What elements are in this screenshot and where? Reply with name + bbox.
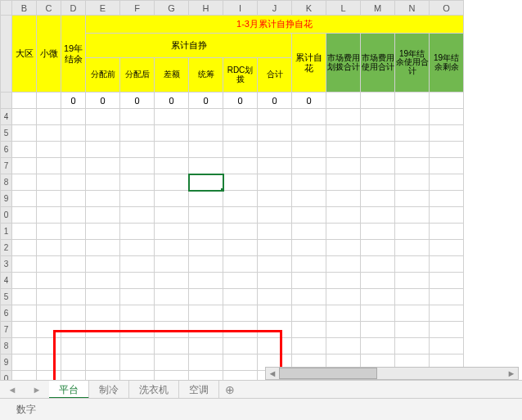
cell[interactable] <box>292 256 326 273</box>
row-header[interactable]: 4 <box>1 273 12 289</box>
cell[interactable] <box>258 224 292 240</box>
cell[interactable] <box>292 322 326 338</box>
cell[interactable] <box>258 109 292 125</box>
cell[interactable] <box>120 355 155 371</box>
cell[interactable] <box>395 158 430 174</box>
cell[interactable] <box>361 109 395 125</box>
cell[interactable] <box>258 158 292 174</box>
cell[interactable] <box>258 240 292 256</box>
cell[interactable] <box>223 125 258 142</box>
cell[interactable] <box>120 305 155 322</box>
cell[interactable] <box>37 240 61 256</box>
cell-value[interactable]: 0 <box>155 93 189 109</box>
horizontal-scrollbar[interactable]: ◄ ► <box>265 367 519 380</box>
cell[interactable] <box>86 355 120 371</box>
cell[interactable] <box>430 93 464 109</box>
cell-value[interactable]: 0 <box>292 93 326 109</box>
cell[interactable] <box>12 224 37 240</box>
cell[interactable] <box>189 158 223 174</box>
cell[interactable] <box>120 289 155 305</box>
cell[interactable] <box>12 109 37 125</box>
cell[interactable] <box>12 142 37 158</box>
cell[interactable] <box>61 338 86 355</box>
cell-value[interactable]: 0 <box>120 93 155 109</box>
row-header[interactable] <box>1 16 12 93</box>
cell[interactable] <box>361 273 395 289</box>
row-header[interactable]: 9 <box>1 191 12 207</box>
cell[interactable] <box>86 240 120 256</box>
cell[interactable] <box>61 256 86 273</box>
sheet-tab-zhileng[interactable]: 制冷 <box>89 381 129 398</box>
cell[interactable] <box>258 322 292 338</box>
cell[interactable] <box>430 322 464 338</box>
cell[interactable] <box>395 191 430 207</box>
row-header[interactable]: 7 <box>1 158 12 174</box>
cell[interactable] <box>61 355 86 371</box>
spreadsheet-grid[interactable]: B C D E F G H I J K L M N O 大区 小微 19年结余 … <box>0 0 464 383</box>
cell[interactable] <box>155 142 189 158</box>
cell[interactable] <box>361 174 395 191</box>
col-header[interactable]: O <box>430 1 464 16</box>
cell[interactable] <box>12 207 37 224</box>
cell[interactable] <box>120 224 155 240</box>
col-header[interactable]: K <box>292 1 326 16</box>
col-header[interactable]: F <box>120 1 155 16</box>
cell[interactable] <box>430 174 464 191</box>
cell[interactable] <box>326 125 361 142</box>
cell[interactable] <box>86 256 120 273</box>
cell[interactable] <box>223 256 258 273</box>
cell[interactable] <box>361 289 395 305</box>
col-header[interactable]: B <box>12 1 37 16</box>
cell[interactable] <box>223 322 258 338</box>
cell[interactable] <box>12 174 37 191</box>
cell[interactable] <box>395 338 430 355</box>
cell[interactable] <box>326 240 361 256</box>
cell[interactable] <box>86 174 120 191</box>
cell[interactable] <box>86 273 120 289</box>
cell[interactable] <box>223 224 258 240</box>
cell[interactable] <box>430 158 464 174</box>
cell[interactable] <box>61 305 86 322</box>
cell[interactable] <box>258 191 292 207</box>
cell[interactable] <box>155 158 189 174</box>
cell[interactable] <box>12 273 37 289</box>
cell[interactable] <box>430 240 464 256</box>
cell[interactable] <box>61 289 86 305</box>
cell[interactable] <box>120 338 155 355</box>
cell[interactable] <box>258 289 292 305</box>
cell[interactable] <box>430 273 464 289</box>
col-header[interactable]: J <box>258 1 292 16</box>
cell[interactable] <box>326 289 361 305</box>
cell[interactable] <box>120 142 155 158</box>
cell[interactable] <box>430 256 464 273</box>
cell[interactable] <box>37 109 61 125</box>
cell[interactable] <box>155 125 189 142</box>
cell[interactable] <box>86 322 120 338</box>
cell[interactable] <box>37 355 61 371</box>
cell[interactable] <box>61 322 86 338</box>
cell[interactable] <box>361 305 395 322</box>
cell[interactable] <box>223 142 258 158</box>
cell[interactable] <box>326 142 361 158</box>
cell[interactable] <box>189 207 223 224</box>
cell[interactable] <box>292 125 326 142</box>
sheet-tab-pingtai[interactable]: 平台 <box>49 381 89 399</box>
cell[interactable] <box>120 174 155 191</box>
cell[interactable] <box>430 125 464 142</box>
cell[interactable] <box>86 305 120 322</box>
cell[interactable] <box>223 355 258 371</box>
row-header[interactable]: 4 <box>1 109 12 125</box>
cell[interactable] <box>326 93 361 109</box>
cell[interactable] <box>223 289 258 305</box>
cell-value[interactable]: 0 <box>258 93 292 109</box>
cell[interactable] <box>155 289 189 305</box>
selected-cell[interactable] <box>189 174 223 191</box>
cell[interactable] <box>361 338 395 355</box>
cell-value[interactable]: 0 <box>86 93 120 109</box>
cell[interactable] <box>258 305 292 322</box>
cell[interactable] <box>395 289 430 305</box>
cell[interactable] <box>326 256 361 273</box>
cell[interactable] <box>292 338 326 355</box>
row-header[interactable]: 8 <box>1 338 12 355</box>
cell-value[interactable]: 0 <box>189 93 223 109</box>
